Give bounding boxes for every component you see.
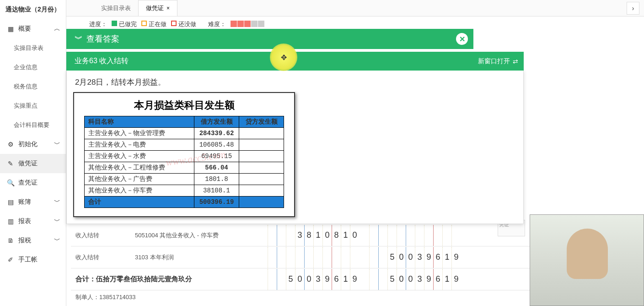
total-label: 合计：伍拾万零叁佰玖拾陆元壹角玖分: [71, 275, 268, 284]
tab-label: 实操目录表: [101, 4, 131, 12]
nav-label: 做凭证: [18, 159, 38, 168]
nav-label: 报表: [18, 217, 31, 225]
swap-icon: ⇄: [513, 58, 518, 65]
tab-bar: 实操目录表 做凭证 × ›: [66, 0, 644, 16]
voucher-debit-total: 50039619: [268, 269, 369, 290]
overlay-body: 2月28日，结转本月损益。 www.acc5.com 本月损益类科目发生额 科目…: [66, 71, 524, 224]
sidebar: 通达物业（2月份） ▦ 概要 ︿ 实操目录表 企业信息 税务信息 实操重点 会计…: [0, 0, 66, 306]
nav-init[interactable]: ⚙ 初始化 ﹀: [0, 135, 66, 154]
nav-label: 查凭证: [18, 179, 38, 187]
grid-icon: ▦: [6, 25, 15, 33]
table-row: 主营业务收入－水费69495.15: [85, 151, 284, 162]
nav-manual[interactable]: ✐ 手工帐: [0, 250, 66, 269]
pl-table: 科目名称 借方发生额 贷方发生额 主营业务收入－物业管理费284339.62 主…: [84, 116, 284, 208]
new-window-label: 新窗口打开: [478, 57, 510, 66]
voucher-credit-cells: [369, 225, 471, 246]
nav-label: 手工帐: [18, 256, 38, 264]
voucher-summary: 收入结转: [71, 231, 135, 240]
pen-icon: ✐: [6, 256, 15, 264]
overlay-header[interactable]: ︾ 查看答案 ✕: [66, 29, 473, 49]
chevron-down-icon: ﹀: [54, 236, 60, 245]
preparer-value: 13851714033: [99, 294, 136, 301]
legend-doing: 正在做: [141, 20, 166, 28]
pl-box: www.acc5.com 本月损益类科目发生额 科目名称 借方发生额 贷方发生额…: [73, 92, 295, 217]
table-row: 其他业务收入－广告费1801.8: [85, 174, 284, 185]
legend-done: 已做完: [112, 20, 137, 28]
nav-label: 报税: [18, 236, 31, 245]
difficulty-indicator: [231, 21, 265, 28]
table-row: 主营业务收入－电费106085.48: [85, 139, 284, 151]
tab-label: 做凭证: [146, 4, 164, 12]
new-window-button[interactable]: 新窗口打开 ⇄: [478, 57, 518, 66]
nav-ledger[interactable]: ▤ 账簿 ﹀: [0, 192, 66, 212]
voucher-account: 3103 本年利润: [135, 253, 268, 262]
close-button[interactable]: ✕: [456, 33, 468, 45]
nav-search-voucher[interactable]: 🔍 查凭证: [0, 173, 66, 192]
header-debit: 借方发生额: [194, 116, 239, 128]
nav-label: 概要: [18, 25, 31, 33]
nav-label: 实操重点: [14, 102, 38, 110]
header-credit: 贷方发生额: [239, 116, 284, 128]
voucher-debit-cells: 3810810: [268, 225, 369, 246]
nav-summary[interactable]: ▦ 概要 ︿: [0, 19, 66, 38]
nav-tax-info[interactable]: 税务信息: [0, 77, 66, 96]
nav-catalog[interactable]: 实操目录表: [0, 38, 66, 58]
chevron-right-icon: ›: [632, 5, 634, 12]
nav-label: 账簿: [18, 198, 31, 206]
video-thumbnail[interactable]: [530, 214, 644, 306]
nav-tax[interactable]: 🗎 报税 ﹀: [0, 231, 66, 250]
header-name: 科目名称: [85, 116, 194, 128]
pencil-icon: ✎: [6, 159, 15, 168]
sidebar-title: 通达物业（2月份）: [0, 0, 66, 19]
progress-label: 进度：: [89, 20, 107, 28]
table-row: 主营业务收入－物业管理费284339.62: [85, 128, 284, 139]
nav-subject-summary[interactable]: 会计科目概要: [0, 115, 66, 135]
overlay-title: 查看答案: [86, 33, 119, 44]
table-row: 其他业务收入－停车费38108.1: [85, 185, 284, 197]
overlay-subtitle: 业务63 收入结转: [75, 56, 129, 66]
report-icon: ▥: [6, 217, 15, 225]
tab-make-voucher[interactable]: 做凭证 ×: [138, 0, 177, 16]
nav-label: 企业信息: [14, 63, 38, 71]
chevron-down-icon: ﹀: [54, 198, 60, 206]
tab-catalog[interactable]: 实操目录表: [94, 0, 138, 16]
table-header-row: 科目名称 借方发生额 贷方发生额: [85, 116, 284, 128]
search-icon: 🔍: [6, 179, 15, 187]
preparer-label: 制单人：: [75, 294, 99, 301]
nav-company-info[interactable]: 企业信息: [0, 58, 66, 77]
chevron-up-icon: ︿: [54, 25, 60, 33]
gear-icon: ⚙: [6, 140, 15, 148]
chevron-down-icon: ﹀: [54, 140, 60, 148]
nav-label: 实操目录表: [14, 44, 43, 52]
nav-report[interactable]: ▥ 报表 ﹀: [0, 212, 66, 231]
drag-cursor-icon: ✥: [270, 44, 297, 71]
voucher-summary: 收入结转: [71, 253, 135, 262]
book-icon: ▤: [6, 198, 15, 206]
nav-make-voucher[interactable]: ✎ 做凭证: [0, 154, 66, 173]
pl-title: 本月损益类科目发生额: [84, 98, 284, 112]
voucher-account: 5051004 其他业务收入 - 停车费: [135, 231, 268, 240]
body-text: 2月28日，结转本月损益。: [73, 77, 517, 87]
table-row: 其他业务收入－工程维修费566.04: [85, 162, 284, 174]
difficulty-label: 难度：: [208, 20, 226, 28]
voucher-credit-cells: 50039619: [369, 247, 471, 268]
chevron-down-icon: ﹀: [54, 217, 60, 225]
legend-none: 还没做: [171, 20, 196, 28]
nav-label: 税务信息: [14, 82, 38, 91]
collapse-icon[interactable]: ︾: [75, 33, 83, 44]
voucher-credit-total: 50039619: [369, 269, 471, 290]
table-total-row: 合计500396.19: [85, 197, 284, 208]
tab-scroll-right[interactable]: ›: [627, 2, 639, 15]
close-icon: ✕: [459, 35, 465, 44]
nav-key-points[interactable]: 实操重点: [0, 96, 66, 115]
voucher-debit-cells: [268, 247, 369, 268]
doc-icon: 🗎: [6, 236, 15, 245]
nav-label: 初始化: [18, 140, 38, 148]
nav-label: 会计科目概要: [14, 121, 49, 129]
close-icon[interactable]: ×: [166, 5, 170, 11]
